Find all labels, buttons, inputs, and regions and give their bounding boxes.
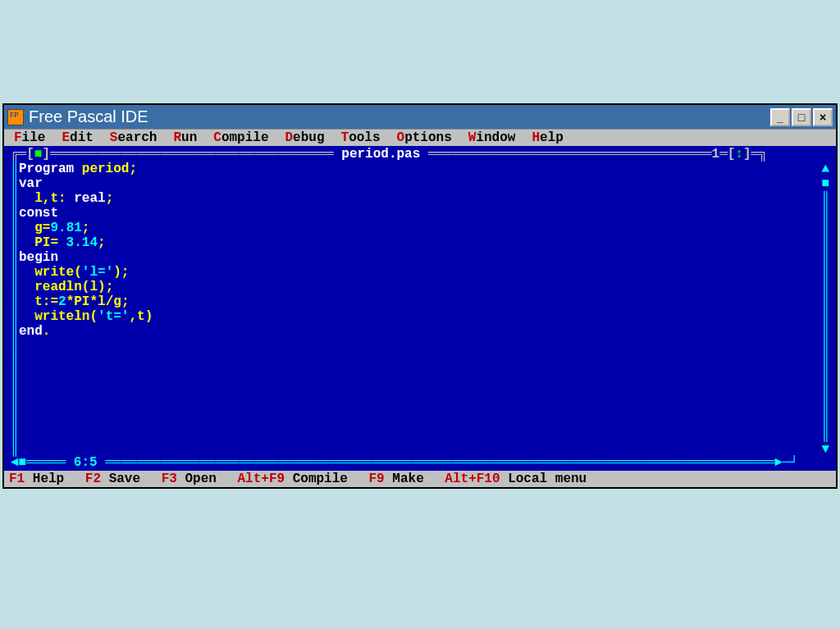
code-line[interactable]: var [19, 176, 821, 191]
menu-item-run[interactable]: Run [165, 130, 205, 145]
code-token-punct: , [129, 309, 137, 324]
app-icon [7, 109, 24, 125]
code-line[interactable]: t:=2*PI*l/g; [19, 294, 821, 309]
scroll-right-icon[interactable]: ►─┘ [774, 455, 798, 470]
menu-item-debug[interactable]: Debug [277, 130, 333, 145]
menu-hotkey: W [468, 130, 477, 145]
menu-label-rest: ile [22, 130, 46, 145]
cursor-position: 6:5 [74, 455, 98, 470]
status-label: Save [101, 472, 140, 486]
editor-status-frame: ◄■═════ 6:5 ════════════════════════════… [11, 455, 829, 470]
code-line[interactable]: write('l='); [19, 265, 821, 280]
status-shortcut-f2[interactable]: F2 Save [82, 472, 144, 486]
status-label: Open [177, 472, 217, 486]
code-token-ident: t [19, 294, 43, 309]
maximize-button[interactable]: □ [792, 108, 811, 126]
editor-frame: ╔═[■]═══════════════════════════════════… [4, 146, 836, 471]
code-line[interactable]: readln(l); [19, 280, 821, 294]
menu-item-window[interactable]: Window [460, 130, 524, 145]
title-bar[interactable]: Free Pascal IDE _ □ × [4, 105, 836, 130]
frame-left-border: ║║║║║║║║║║║║║║║║║║║║ [11, 162, 19, 456]
maximize-marker-icon[interactable]: ↕ [735, 147, 743, 162]
status-shortcut-alt-f9[interactable]: Alt+F9 Compile [234, 472, 350, 486]
code-token-str: 't=' [98, 309, 129, 324]
menu-bar: FileEditSearchRunCompileDebugToolsOption… [4, 130, 836, 146]
code-token-ident: g [113, 294, 121, 309]
code-line[interactable]: g=9.81; [19, 221, 821, 235]
code-token-ident: t [137, 309, 145, 324]
editor-scrollbar-vertical[interactable]: ▲■║║║║║║║║║║║║║║║║║▼ [821, 162, 829, 456]
code-token-punct: ); [98, 280, 113, 294]
menu-label-rest: ompile [221, 130, 269, 145]
status-key: Alt+F9 [237, 472, 285, 486]
menu-hotkey: H [532, 130, 540, 145]
code-token-ident: write [19, 265, 74, 280]
code-token-ident: l [19, 191, 43, 206]
scroll-left-icon[interactable]: ◄■ [11, 455, 26, 470]
status-shortcut-alt-f10[interactable]: Alt+F10 Local menu [441, 472, 590, 486]
menu-item-tools[interactable]: Tools [333, 130, 389, 145]
editor-window-number: 1 [712, 147, 720, 162]
menu-label-rest: ptions [404, 130, 452, 145]
code-token-kw: end [19, 324, 43, 339]
menu-item-search[interactable]: Search [102, 130, 166, 145]
code-line[interactable]: const [19, 206, 821, 221]
status-shortcut-f3[interactable]: F3 Open [158, 472, 220, 486]
code-token-kw: Program [19, 162, 82, 176]
status-label: Compile [285, 472, 348, 486]
window-controls: _ □ × [770, 108, 833, 126]
code-token-punct: ) [145, 309, 153, 324]
menu-label-rest: ools [349, 130, 380, 145]
code-token-ident: PI [19, 235, 50, 250]
menu-hotkey: T [341, 130, 349, 145]
code-line[interactable]: begin [19, 250, 821, 265]
status-key: F1 [9, 472, 25, 486]
menu-hotkey: O [397, 130, 405, 145]
menu-label-rest: un [181, 130, 197, 145]
code-token-punct: ; [82, 221, 90, 235]
code-token-punct: , [43, 191, 51, 206]
menu-item-edit[interactable]: Edit [53, 130, 101, 145]
close-button[interactable]: × [813, 108, 833, 126]
status-shortcut-f1[interactable]: F1 Help [6, 472, 67, 486]
code-line[interactable]: end. [19, 324, 821, 339]
menu-hotkey: F [14, 130, 22, 145]
menu-hotkey: R [173, 130, 181, 145]
menu-hotkey: C [213, 130, 221, 145]
code-token-kw: real [74, 191, 105, 206]
menu-label-rest: earch [117, 130, 157, 145]
menu-hotkey: D [285, 130, 294, 145]
code-token-kw: begin [19, 250, 58, 265]
status-label: Help [25, 472, 64, 486]
status-shortcut-f9[interactable]: F9 Make [366, 472, 427, 486]
app-window: Free Pascal IDE _ □ × FileEditSearchRunC… [2, 103, 838, 489]
code-line[interactable]: l,t: real; [19, 191, 821, 206]
code-token-punct: : [58, 191, 74, 206]
menu-item-options[interactable]: Options [389, 130, 460, 145]
code-token-punct: ); [113, 265, 129, 280]
status-key: F2 [85, 472, 101, 486]
code-token-ident: l [89, 280, 98, 294]
menu-hotkey: E [62, 130, 70, 145]
code-token-punct: ( [82, 280, 90, 294]
menu-item-help[interactable]: Help [523, 130, 571, 145]
code-token-kw: const [19, 206, 58, 221]
menu-label-rest: dit [70, 130, 94, 145]
close-marker-icon[interactable]: ■ [34, 147, 43, 162]
minimize-button[interactable]: _ [770, 108, 790, 126]
menu-item-compile[interactable]: Compile [205, 130, 276, 145]
status-label: Make [385, 472, 424, 486]
code-token-punct: * [66, 294, 75, 309]
code-token-punct: ( [89, 309, 98, 324]
editor-container: ╔═[■]═══════════════════════════════════… [4, 146, 836, 471]
status-key: Alt+F10 [445, 472, 500, 486]
code-token-num: 9.81 [50, 221, 81, 235]
code-editor[interactable]: Program period;var l,t: real;const g=9.8… [19, 162, 821, 455]
status-key: F9 [369, 472, 385, 486]
menu-item-file[interactable]: File [6, 130, 53, 145]
code-line[interactable]: writeln('t=',t) [19, 309, 821, 324]
code-line[interactable]: Program period; [19, 162, 821, 176]
code-token-punct: ; [106, 191, 114, 206]
menu-hotkey: S [110, 130, 118, 145]
code-line[interactable]: PI= 3.14; [19, 235, 821, 250]
